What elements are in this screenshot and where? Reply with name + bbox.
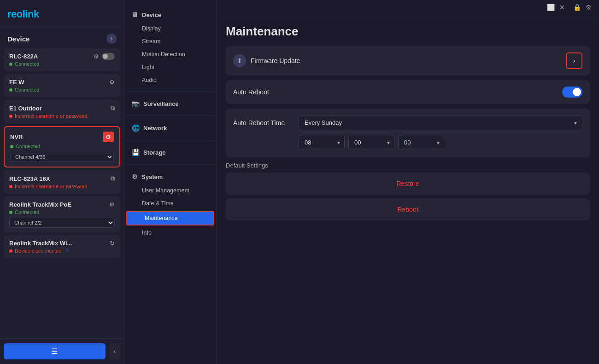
help-icon[interactable]: ?: [66, 248, 69, 254]
reboot-button[interactable]: Reboot: [226, 198, 590, 220]
device-nav-icon: 🖥: [132, 11, 138, 18]
network-nav-icon: 🌐: [132, 124, 140, 132]
minute1-select-wrapper: 00 15 30 45: [348, 135, 394, 150]
firmware-update-card: ⬆ Firmware Update ›: [226, 46, 590, 75]
middle-nav: 🖥 Device Display Stream Motion Detection…: [124, 0, 217, 364]
nav-category-label: Storage: [143, 149, 165, 156]
nav-sub-light[interactable]: Light: [124, 61, 216, 74]
add-device-button[interactable]: +: [106, 34, 117, 44]
nav-category-label: Surveillance: [143, 100, 179, 107]
device-item[interactable]: E1 Outdoor ⧉ Incorrect username or passw…: [4, 100, 120, 123]
device-name: Reolink TrackMix Wi...: [9, 240, 72, 247]
minute2-select[interactable]: 00 15 30 45: [398, 135, 444, 150]
nav-sub-audio[interactable]: Audio: [124, 74, 216, 87]
status-text: Connected: [15, 61, 39, 67]
main-content: ⬜ ✕ 🔒 ⚙ Maintenance ⬆ Firmware Update › …: [217, 0, 599, 364]
nav-category-device[interactable]: 🖥 Device: [124, 7, 216, 22]
status-dot: [10, 145, 13, 148]
nav-category-system[interactable]: ⚙ System: [124, 169, 216, 184]
firmware-icon: ⬆: [233, 54, 246, 67]
nav-category-label: Network: [143, 125, 167, 132]
nav-section-network: 🌐 Network: [124, 118, 216, 138]
refresh-icon[interactable]: ↻: [110, 240, 115, 247]
nav-sub-info[interactable]: Info: [124, 226, 216, 239]
device-name: NVR: [10, 133, 23, 140]
channel-select[interactable]: Channel 2/2: [9, 218, 115, 228]
minute1-select[interactable]: 00 15 30 45: [348, 135, 394, 150]
device-item-nvr[interactable]: NVR ⚙ Connected Channel 4/36: [4, 126, 120, 168]
device-item[interactable]: Reolink TrackMix PoE ⚙ Connected Channel…: [4, 196, 120, 232]
hour-select[interactable]: 08 09 10: [299, 135, 345, 150]
restore-button[interactable]: Restore: [226, 173, 590, 195]
device-section-title: Device: [7, 35, 29, 43]
nav-section-device: 🖥 Device Display Stream Motion Detection…: [124, 5, 216, 89]
lock-icon[interactable]: 🔒: [573, 4, 581, 11]
status-dot: [9, 185, 12, 188]
status-dot: [9, 249, 12, 253]
auto-reboot-time-label: Auto Reboot Time: [233, 119, 293, 127]
device-name: E1 Outdoor: [9, 105, 42, 112]
sidebar: reolink Device + RLC-822A ⚙ Connected F: [0, 0, 124, 364]
maintenance-title: Maintenance: [226, 15, 590, 46]
view-toggle-button[interactable]: ☰: [4, 343, 106, 359]
status-text: Connected: [15, 87, 39, 92]
nav-section-surveillance: 📷 Surveillance: [124, 93, 216, 114]
storage-nav-icon: 💾: [132, 149, 140, 156]
default-settings-section: Default Settings Restore Reboot: [226, 162, 590, 224]
device-section-header: Device +: [0, 27, 124, 48]
status-text: Incorrect username or password.: [15, 184, 89, 189]
nav-sub-date-time[interactable]: Date & Time: [124, 197, 216, 210]
auto-reboot-toggle[interactable]: [562, 87, 582, 98]
external-link-icon[interactable]: ⧉: [111, 175, 115, 182]
reboot-day-select-wrapper: Every Sunday Every Monday Every Tuesday …: [299, 115, 582, 130]
gear-icon[interactable]: ⚙: [94, 53, 99, 60]
logo: reolink: [7, 8, 117, 20]
device-item[interactable]: RLC-823A 16X ⧉ Incorrect username or pas…: [4, 170, 120, 194]
maintenance-panel: Maintenance ⬆ Firmware Update › Auto Reb…: [217, 15, 599, 364]
status-text: Incorrect username or password.: [15, 113, 89, 119]
device-name: Reolink TrackMix PoE: [9, 201, 71, 208]
auto-reboot-time-card: Auto Reboot Time Every Sunday Every Mond…: [226, 109, 590, 157]
device-name: FE W: [9, 79, 24, 86]
settings-icon[interactable]: ⚙: [586, 4, 592, 11]
gear-icon[interactable]: ⚙: [103, 132, 114, 142]
status-text: Connected: [16, 144, 40, 149]
gear-icon[interactable]: ⚙: [109, 79, 115, 86]
nav-category-surveillance[interactable]: 📷 Surveillance: [124, 96, 216, 111]
device-item[interactable]: Reolink TrackMix Wi... ↻ Device disconne…: [4, 235, 120, 258]
nav-category-label: Device: [142, 12, 161, 18]
nav-sub-stream[interactable]: Stream: [124, 35, 216, 48]
auto-reboot-card: Auto Reboot: [226, 80, 590, 104]
device-item[interactable]: FE W ⚙ Connected: [4, 74, 120, 97]
time-selects-row: 08 09 10 00 15 30 45 00: [299, 135, 582, 150]
nav-sub-maintenance[interactable]: Maintenance: [126, 211, 214, 225]
nav-section-storage: 💾 Storage: [124, 142, 216, 162]
nav-category-network[interactable]: 🌐 Network: [124, 121, 216, 135]
external-link-icon[interactable]: ⧉: [111, 104, 115, 112]
sidebar-bottom: ☰ ‹: [0, 338, 124, 364]
collapse-sidebar-button[interactable]: ‹: [109, 343, 120, 359]
nav-category-storage[interactable]: 💾 Storage: [124, 145, 216, 160]
status-dot: [9, 115, 12, 118]
status-text: Connected: [15, 209, 39, 215]
reboot-day-select[interactable]: Every Sunday Every Monday Every Tuesday …: [299, 115, 582, 130]
nav-sub-motion-detection[interactable]: Motion Detection: [124, 48, 216, 61]
sidebar-header: reolink: [0, 0, 124, 27]
logo-text: reolink: [7, 8, 39, 20]
firmware-update-label: Firmware Update: [251, 57, 300, 64]
minimize-icon[interactable]: ⬜: [547, 4, 555, 11]
main-topbar: ⬜ ✕ 🔒 ⚙: [217, 0, 599, 15]
channel-select[interactable]: Channel 4/36: [10, 152, 114, 162]
status-dot: [9, 63, 12, 66]
close-icon[interactable]: ✕: [559, 4, 565, 11]
device-item[interactable]: RLC-822A ⚙ Connected: [4, 48, 120, 71]
nav-category-label: System: [141, 173, 163, 180]
status-text: Device disconnected: [15, 248, 62, 254]
gear-icon[interactable]: ⚙: [109, 201, 115, 208]
device-name: RLC-822A: [9, 53, 38, 60]
default-settings-label: Default Settings: [226, 162, 590, 169]
device-toggle[interactable]: [102, 53, 115, 60]
firmware-update-button[interactable]: ›: [566, 52, 582, 69]
nav-sub-user-management[interactable]: User Management: [124, 184, 216, 197]
nav-sub-display[interactable]: Display: [124, 22, 216, 35]
